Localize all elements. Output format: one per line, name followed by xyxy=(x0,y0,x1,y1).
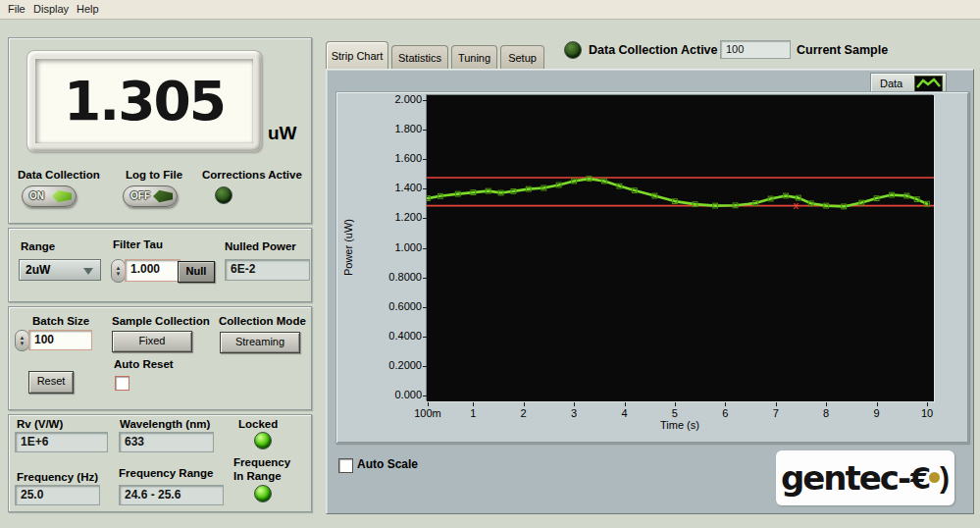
chevron-down-icon xyxy=(83,268,93,275)
nulled-power-value: 6E-2 xyxy=(225,259,310,281)
range-select[interactable]: 2uW xyxy=(19,259,101,281)
x-tick-label: 1 xyxy=(451,407,494,419)
x-tick-label: 100m xyxy=(406,407,449,419)
x-tick-label: 10 xyxy=(905,407,949,419)
y-tick-label: 1.000 xyxy=(336,241,422,253)
data-collection-toggle-state: ON xyxy=(29,190,44,201)
chart-cursor[interactable]: x xyxy=(793,200,799,211)
auto-scale-label: Auto Scale xyxy=(357,457,418,471)
y-tick-label: 0.000 xyxy=(336,389,422,400)
frequency-in-range-label-2: In Range xyxy=(233,470,282,482)
tab-statistics[interactable]: Statistics xyxy=(391,45,448,69)
menu-bar: File Display Help xyxy=(0,0,980,20)
data-series-icon xyxy=(914,76,943,92)
y-tick-label: 1.800 xyxy=(336,123,422,134)
y-tick-label: 0.6000 xyxy=(336,300,422,312)
power-unit: uW xyxy=(268,123,297,144)
x-tick-mark xyxy=(776,402,777,406)
collection-mode-button[interactable]: Streaming xyxy=(220,332,300,353)
y-tick-mark xyxy=(423,396,427,396)
strip-chart: Power (uW) x Time (s) 2.0001.8001.6001.4… xyxy=(335,91,969,444)
x-tick-mark xyxy=(675,402,676,406)
locked-label: Locked xyxy=(238,418,278,430)
batch-size-input[interactable]: 100 xyxy=(28,330,92,350)
frequency-value: 25.0 xyxy=(15,485,100,505)
x-tick-label: 2 xyxy=(502,407,545,419)
frequency-range-label: Frequency Range xyxy=(119,467,214,479)
x-tick-mark xyxy=(625,402,626,406)
filter-tau-label: Filter Tau xyxy=(113,238,163,250)
sample-collection-label: Sample Collection xyxy=(112,315,210,327)
data-collection-label: Data Collection xyxy=(18,169,100,181)
x-tick-label: 6 xyxy=(703,407,747,419)
y-tick-label: 2.000 xyxy=(336,93,422,105)
auto-scale-checkbox[interactable] xyxy=(338,458,353,473)
auto-reset-label: Auto Reset xyxy=(114,358,174,370)
collection-mode-label: Collection Mode xyxy=(219,315,306,327)
filter-tau-stepper[interactable]: ▲▼ xyxy=(111,259,126,283)
auto-reset-checkbox[interactable] xyxy=(115,376,129,391)
range-value: 2uW xyxy=(26,263,50,277)
tab-strip-chart[interactable]: Strip Chart xyxy=(326,41,388,69)
y-tick-label: 1.600 xyxy=(336,152,422,164)
null-button[interactable]: Null xyxy=(178,261,215,283)
y-tick-mark xyxy=(423,130,427,131)
x-tick-mark xyxy=(473,402,474,406)
data-collection-toggle[interactable]: ON xyxy=(22,185,77,207)
reset-button[interactable]: Reset xyxy=(28,371,74,394)
tab-setup[interactable]: Setup xyxy=(500,45,544,69)
log-to-file-toggle[interactable]: OFF xyxy=(123,185,178,207)
sample-collection-button[interactable]: Fixed xyxy=(112,331,192,352)
x-tick-label: 9 xyxy=(855,407,899,419)
batch-panel: Batch Size Sample Collection Collection … xyxy=(8,306,312,410)
y-tick-mark xyxy=(423,248,427,249)
x-tick-label: 4 xyxy=(603,407,646,419)
y-tick-mark xyxy=(423,159,427,160)
logo-separator: - xyxy=(898,458,909,498)
y-tick-label: 1.200 xyxy=(336,211,422,223)
plot-area[interactable]: x xyxy=(427,95,934,401)
nulled-power-label: Nulled Power xyxy=(225,240,296,252)
power-readout: 1.305 xyxy=(26,50,262,152)
batch-size-label: Batch Size xyxy=(32,315,89,327)
menu-help[interactable]: Help xyxy=(77,3,99,15)
wavelength-value: 633 xyxy=(119,432,214,452)
menu-file[interactable]: File xyxy=(8,3,26,15)
frequency-range-value: 24.6 - 25.6 xyxy=(119,485,224,505)
y-tick-mark xyxy=(423,188,427,189)
logo-paren-icon: ) xyxy=(940,461,950,495)
y-tick-label: 0.8000 xyxy=(336,271,422,283)
legend-series-label: Data xyxy=(880,78,903,89)
current-sample-value: 100 xyxy=(720,40,791,59)
data-collection-active-led xyxy=(564,41,582,59)
x-tick-label: 7 xyxy=(754,407,798,419)
x-tick-mark xyxy=(826,402,827,406)
rv-value: 1E+6 xyxy=(15,432,108,452)
y-tick-mark xyxy=(423,366,427,367)
wavelength-label: Wavelength (nm) xyxy=(120,418,210,430)
tab-content-panel: Data Power (uW) x Time (s) 2.0001.8001.6… xyxy=(326,69,974,514)
logo-e-icon: € xyxy=(910,461,931,496)
y-tick-mark xyxy=(423,278,427,279)
x-tick-label: 8 xyxy=(804,407,848,419)
data-collection-active-label: Data Collection Active xyxy=(589,43,718,57)
batch-size-stepper[interactable]: ▲▼ xyxy=(15,330,29,351)
y-tick-mark xyxy=(423,307,427,308)
x-tick-mark xyxy=(574,402,575,406)
brand-logo: gentec - € ) xyxy=(776,450,954,505)
app-window: { "menu": {"items": ["File", "Display", … xyxy=(0,0,980,528)
corrections-active-label: Corrections Active xyxy=(202,169,302,181)
toggle-lever-icon xyxy=(52,189,72,203)
power-value: 1.305 xyxy=(64,70,225,132)
frequency-in-range-led xyxy=(254,485,272,502)
y-tick-mark xyxy=(423,100,427,101)
corrections-active-led xyxy=(215,186,232,204)
logo-brand-text: gentec xyxy=(781,458,898,498)
menu-display[interactable]: Display xyxy=(33,3,69,15)
y-tick-mark xyxy=(423,337,427,338)
locked-led xyxy=(254,432,272,449)
filter-tau-input[interactable]: 1.000 xyxy=(125,259,181,282)
tab-tuning[interactable]: Tuning xyxy=(451,45,497,69)
x-tick-label: 3 xyxy=(552,407,595,419)
logo-gold-dot-icon xyxy=(929,472,940,483)
